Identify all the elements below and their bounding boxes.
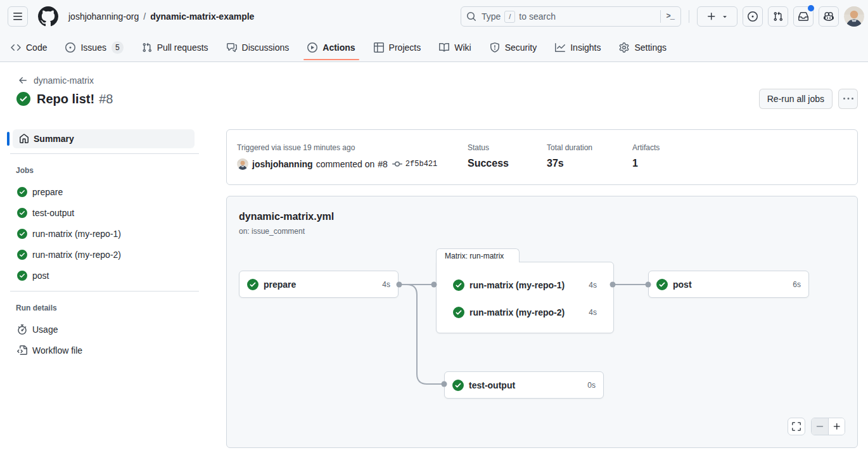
home-icon (19, 134, 29, 144)
git-pull-request-icon (773, 11, 783, 22)
screen-full-icon (791, 421, 801, 432)
command-palette-icon[interactable]: >_ (667, 12, 675, 21)
graph-node-prepare[interactable]: prepare 4s (239, 271, 399, 298)
file-code-icon (17, 345, 27, 356)
inbox-icon (798, 11, 808, 22)
graph-node-run-matrix-2[interactable]: run-matrix (my-repo-2) 4s (453, 298, 597, 326)
tab-actions[interactable]: Actions (303, 33, 359, 61)
trigger-detail-row: joshjohanning commented on #8 2f5b421 (237, 158, 468, 170)
three-bars-icon (13, 11, 23, 22)
slash-key-hint: / (504, 11, 515, 23)
main-content: Triggered via issue 19 minutes ago joshj… (226, 129, 858, 448)
success-check-icon (16, 92, 30, 106)
app-header: joshjohanning-org / dynamic-matrix-examp… (0, 0, 868, 62)
status-column: Status Success (468, 143, 547, 184)
matrix-group: run-matrix (my-repo-1) 4s run-matrix (my… (436, 262, 614, 333)
arrow-left-icon (18, 75, 28, 86)
tab-code[interactable]: Code (7, 33, 51, 61)
tab-security[interactable]: Security (486, 33, 541, 61)
trigger-label: Triggered via issue 19 minutes ago (237, 143, 468, 152)
breadcrumb-separator: / (143, 11, 146, 22)
sidebar-job-prepare[interactable]: prepare (10, 181, 199, 202)
rerun-all-jobs-button[interactable]: Re-run all jobs (759, 89, 833, 109)
sidebar-job-run-matrix-2[interactable]: run-matrix (my-repo-2) (10, 244, 199, 265)
matrix-group-tab: Matrix: run-matrix (436, 248, 520, 262)
notifications-button[interactable] (793, 6, 814, 27)
graph-icon (555, 42, 565, 53)
check-circle-icon (247, 279, 258, 290)
sidebar-item-usage[interactable]: Usage (10, 319, 199, 340)
git-pull-request-icon (142, 42, 152, 53)
tab-wiki[interactable]: Wiki (435, 33, 475, 61)
breadcrumb: joshjohanning-org / dynamic-matrix-examp… (68, 10, 254, 23)
issue-ref-link[interactable]: #8 (378, 159, 388, 169)
copilot-icon (824, 11, 834, 22)
plus-icon (833, 422, 841, 431)
sidebar-job-run-matrix-1[interactable]: run-matrix (my-repo-1) (10, 223, 199, 244)
tab-settings[interactable]: Settings (615, 33, 670, 61)
tab-projects[interactable]: Projects (370, 33, 425, 61)
shield-icon (490, 42, 500, 53)
graph-node-post[interactable]: post 6s (648, 271, 809, 298)
tab-insights[interactable]: Insights (551, 33, 604, 61)
zoom-in-button[interactable] (828, 418, 845, 435)
actor-avatar[interactable] (237, 158, 248, 170)
check-circle-icon (453, 279, 464, 291)
dash-icon (815, 422, 824, 431)
book-icon (439, 42, 449, 53)
graph-node-run-matrix-1[interactable]: run-matrix (my-repo-1) 4s (453, 271, 597, 298)
search-icon (466, 11, 476, 22)
graph-node-test-output[interactable]: test-output 0s (444, 371, 604, 399)
create-new-button[interactable] (697, 6, 737, 27)
status-value: Success (468, 158, 547, 169)
job-duration: 0s (587, 381, 596, 390)
plus-icon (706, 11, 717, 22)
hamburger-menu-button[interactable] (8, 6, 28, 27)
tab-pull-requests[interactable]: Pull requests (138, 33, 212, 61)
zoom-out-button[interactable] (812, 418, 828, 435)
kebab-icon (843, 94, 853, 104)
sidebar-job-test-output[interactable]: test-output (10, 202, 199, 223)
check-circle-icon (17, 250, 27, 260)
avatar-photo (237, 158, 248, 170)
sidebar-item-summary[interactable]: Summary (13, 129, 195, 148)
sidebar: Summary Jobs prepare test-output run-mat… (10, 129, 199, 361)
sidebar-item-workflow-file[interactable]: Workflow file (10, 340, 199, 361)
duration-column: Total duration 37s (547, 143, 632, 184)
breadcrumb-repo-link[interactable]: dynamic-matrix-example (150, 11, 254, 22)
breadcrumb-org-link[interactable]: joshjohanning-org (68, 10, 139, 23)
commit-sha-link[interactable]: 2f5b421 (405, 160, 437, 169)
tab-issues[interactable]: Issues5 (61, 33, 127, 61)
tab-discussions[interactable]: Discussions (223, 33, 293, 61)
copilot-button[interactable] (819, 6, 839, 27)
actor-link[interactable]: joshjohanning (252, 159, 313, 169)
fullscreen-button[interactable] (788, 418, 805, 435)
status-label: Status (468, 143, 547, 152)
duration-label: Total duration (547, 143, 632, 152)
zoom-control (811, 418, 845, 435)
stopwatch-icon (17, 324, 27, 335)
header-top: joshjohanning-org / dynamic-matrix-examp… (0, 0, 868, 33)
run-details-heading: Run details (16, 304, 199, 312)
unread-notification-dot (808, 5, 814, 11)
job-duration: 4s (589, 281, 597, 290)
header-divider (689, 10, 689, 23)
avatar-photo (844, 6, 864, 27)
caret-down-icon (721, 13, 729, 20)
workflow-file-name: dynamic-matrix.yml (239, 211, 845, 222)
run-options-kebab-button[interactable] (838, 89, 858, 109)
pull-requests-dashboard-button[interactable] (768, 6, 788, 27)
workflow-trigger: on: issue_comment (239, 227, 845, 236)
trigger-column: Triggered via issue 19 minutes ago joshj… (237, 143, 468, 184)
github-logo[interactable] (38, 6, 58, 27)
search-placeholder-prefix: Type (482, 11, 501, 22)
sidebar-job-post[interactable]: post (10, 265, 199, 286)
check-circle-icon (17, 271, 27, 281)
issues-dashboard-button[interactable] (743, 6, 763, 27)
back-to-workflow-link[interactable]: dynamic-matrix (18, 75, 94, 86)
user-avatar[interactable] (844, 6, 864, 27)
issues-counter: 5 (112, 41, 124, 54)
search-input[interactable]: Type / to search >_ (461, 6, 681, 27)
run-summary-card: Triggered via issue 19 minutes ago joshj… (226, 129, 858, 185)
artifacts-column: Artifacts 1 (632, 143, 712, 184)
